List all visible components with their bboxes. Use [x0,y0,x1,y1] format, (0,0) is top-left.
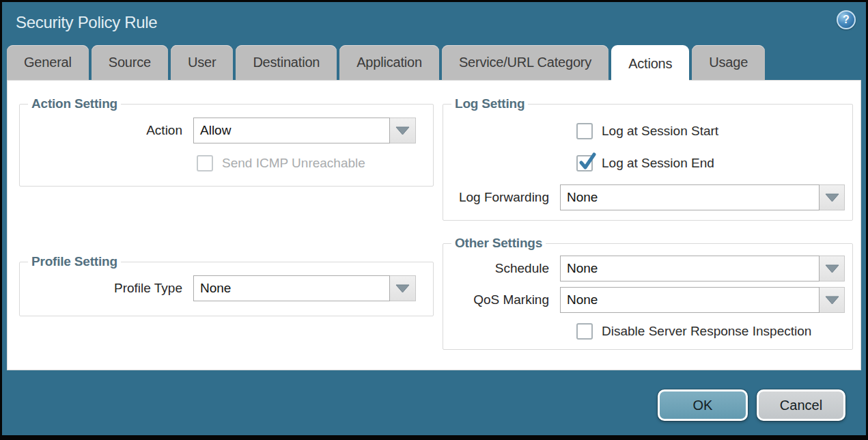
tab-destination[interactable]: Destination [236,45,337,80]
log-session-start-label: Log at Session Start [602,124,718,139]
tab-content-panel: Action Setting Action Allow Send ICMP Un… [7,80,861,370]
tab-source[interactable]: Source [92,45,168,80]
log-session-end-checkbox[interactable] [576,155,593,171]
schedule-dropdown-button[interactable] [820,256,845,281]
schedule-dropdown[interactable]: None [560,256,845,281]
action-label: Action [27,123,193,138]
ok-button[interactable]: OK [658,389,748,421]
tab-actions[interactable]: Actions [611,45,689,82]
log-session-end-row: Log at Session End [576,155,845,171]
profile-type-dropdown-button[interactable] [390,275,416,301]
action-setting-legend: Action Setting [28,96,121,111]
send-icmp-row: Send ICMP Unreachable [197,155,426,171]
action-setting-group: Action Setting Action Allow Send ICMP Un… [19,96,434,187]
profile-type-dropdown[interactable]: None [193,275,416,301]
qos-marking-dropdown[interactable]: None [560,287,845,313]
profile-type-label: Profile Type [27,281,193,296]
chevron-down-icon [825,264,839,273]
schedule-dropdown-value[interactable]: None [560,256,820,281]
action-dropdown-button[interactable] [390,118,416,143]
tab-application[interactable]: Application [339,45,439,80]
qos-marking-row: QoS Marking None [450,287,845,313]
action-dropdown-value[interactable]: Allow [193,118,390,143]
dialog-title: Security Policy Rule [16,13,157,32]
security-policy-rule-dialog: Security Policy Rule ? General Source Us… [0,0,868,440]
log-session-end-label: Log at Session End [602,156,714,171]
send-icmp-label: Send ICMP Unreachable [222,156,365,171]
log-setting-legend: Log Setting [451,96,528,111]
dsri-checkbox[interactable] [576,323,593,340]
profile-type-dropdown-value[interactable]: None [193,275,390,301]
schedule-row: Schedule None [450,256,845,281]
dsri-row: Disable Server Response Inspection [576,323,845,340]
log-forwarding-dropdown[interactable]: None [560,184,845,210]
log-session-start-row: Log at Session Start [576,123,845,139]
help-glyph: ? [843,14,850,26]
help-icon[interactable]: ? [837,10,856,29]
qos-marking-dropdown-button[interactable] [820,287,845,313]
checkmark-icon [578,152,597,172]
tab-bar: General Source User Destination Applicat… [7,45,765,82]
action-dropdown[interactable]: Allow [193,118,416,143]
other-settings-legend: Other Settings [451,236,546,251]
chevron-down-icon [395,284,410,293]
chevron-down-icon [825,193,839,202]
log-forwarding-label: Log Forwarding [450,190,560,205]
log-session-start-checkbox[interactable] [576,123,593,139]
tab-general[interactable]: General [7,45,89,80]
chevron-down-icon [825,296,839,305]
dsri-label: Disable Server Response Inspection [602,324,811,339]
title-bar: Security Policy Rule ? [2,2,866,44]
action-row: Action Allow [27,118,426,143]
tab-user[interactable]: User [171,45,233,80]
tab-service-url-category[interactable]: Service/URL Category [442,45,608,80]
profile-type-row: Profile Type None [27,275,426,301]
log-forwarding-dropdown-value[interactable]: None [560,184,820,210]
profile-setting-group: Profile Setting Profile Type None [19,254,434,316]
log-forwarding-dropdown-button[interactable] [820,184,845,210]
send-icmp-checkbox[interactable] [197,155,213,171]
other-settings-group: Other Settings Schedule None QoS Marking… [443,236,853,350]
chevron-down-icon [395,126,410,135]
log-setting-group: Log Setting Log at Session Start Log at … [443,96,853,221]
qos-marking-dropdown-value[interactable]: None [560,287,820,313]
schedule-label: Schedule [450,261,560,276]
cancel-button[interactable]: Cancel [757,389,845,421]
tab-usage[interactable]: Usage [692,45,765,80]
log-forwarding-row: Log Forwarding None [450,184,845,210]
qos-marking-label: QoS Marking [450,292,560,307]
profile-setting-legend: Profile Setting [28,254,121,269]
